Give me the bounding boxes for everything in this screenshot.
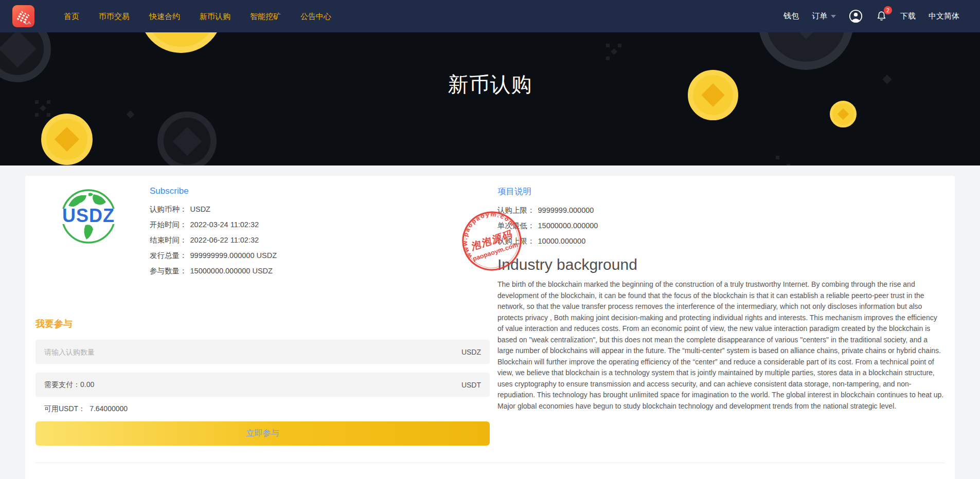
subscription-limit-row: 认购上限：10000.000000 — [497, 233, 945, 249]
dark-coin-decoration — [157, 112, 217, 165]
dots-decoration — [35, 100, 51, 117]
usdz-logo-text: USDZ — [62, 205, 115, 226]
start-time-row: 开始时间：2022-03-24 11:02:32 — [150, 217, 277, 232]
nav-item-smart-mining[interactable]: 智能挖矿 — [240, 0, 291, 32]
nav-item-home[interactable]: 首页 — [54, 0, 89, 32]
chevron-down-icon — [831, 15, 836, 18]
amount-input[interactable] — [44, 348, 461, 356]
diamond-decoration — [127, 110, 135, 119]
total-issuance-row: 发行总量：999999999.000000 USDZ — [150, 248, 277, 263]
user-avatar-icon[interactable] — [849, 9, 863, 23]
subscribe-panel: USDZ Subscribe 认购币种：USDZ 开始时间：2022-03-24… — [35, 186, 490, 446]
subscription-card: USDZ Subscribe 认购币种：USDZ 开始时间：2022-03-24… — [25, 176, 955, 479]
download-link[interactable]: 下载 — [900, 11, 916, 21]
nav-item-announcement-center[interactable]: 公告中心 — [291, 0, 341, 32]
industry-background-heading: Industry background — [497, 256, 945, 273]
pay-unit-label: USDT — [461, 381, 481, 389]
gold-coin-decoration — [830, 101, 857, 127]
notification-bell-icon[interactable]: 2 — [876, 10, 887, 22]
nav-right-group: 钱包 订单 2 下载 中文简体 — [783, 9, 959, 23]
orders-dropdown[interactable]: 订单 — [812, 11, 836, 21]
amount-unit-label: USDZ — [461, 348, 481, 356]
notification-badge: 2 — [884, 6, 892, 14]
hero-banner: 新币认购 — [0, 32, 980, 165]
ribbon-logo-icon: LA — [12, 5, 34, 27]
subscribe-heading: Subscribe — [150, 186, 277, 196]
project-description-panel: 项目说明 认购上限：9999999.000000 单次最低：15000000.0… — [490, 186, 945, 446]
section-divider — [35, 463, 945, 463]
subscribe-coin-row: 认购币种：USDZ — [150, 201, 277, 217]
top-nav-bar: LA 首页 币币交易 快速合约 新币认购 智能挖矿 公告中心 钱包 订单 2 下… — [0, 0, 980, 32]
amount-field: USDZ — [35, 340, 490, 364]
nav-item-new-coin-subscription[interactable]: 新币认购 — [190, 0, 240, 32]
participate-heading: 我要参与 — [35, 318, 490, 330]
participation-amount-row: 参与数量：15000000.000000 USDZ — [150, 263, 277, 279]
language-selector[interactable]: 中文简体 — [929, 11, 959, 21]
page-title: 新币认购 — [0, 32, 980, 99]
project-heading: 项目说明 — [497, 186, 945, 197]
nav-item-spot-trading[interactable]: 币币交易 — [89, 0, 139, 32]
nav-item-quick-contract[interactable]: 快速合约 — [139, 0, 190, 32]
wallet-link[interactable]: 钱包 — [783, 11, 799, 21]
industry-background-paragraph: The birth of the blockchain marked the b… — [497, 279, 945, 412]
pay-display-field: 需要支付：0.00 USDT — [35, 373, 490, 397]
end-time-row: 结束时间：2022-06-22 11:02:32 — [150, 232, 277, 248]
subscription-cap-row: 认购上限：9999999.000000 — [497, 202, 945, 218]
main-menu: 首页 币币交易 快速合约 新币认购 智能挖矿 公告中心 — [54, 0, 341, 32]
avatar-icon — [849, 9, 863, 23]
brand-logo[interactable]: LA — [12, 5, 34, 27]
brand-logo-text: LA — [25, 20, 30, 25]
pay-amount: 需要支付：0.00 — [44, 380, 461, 390]
orders-label: 订单 — [812, 11, 827, 20]
available-balance: 可用USDT：7.64000000 — [35, 404, 490, 414]
join-now-button[interactable]: 立即参与 — [35, 421, 490, 446]
gold-coin-decoration — [41, 114, 93, 165]
min-per-order-row: 单次最低：15000000.000000 — [497, 218, 945, 233]
dots-decoration — [776, 156, 791, 165]
usdz-globe-logo: USDZ — [60, 188, 117, 279]
